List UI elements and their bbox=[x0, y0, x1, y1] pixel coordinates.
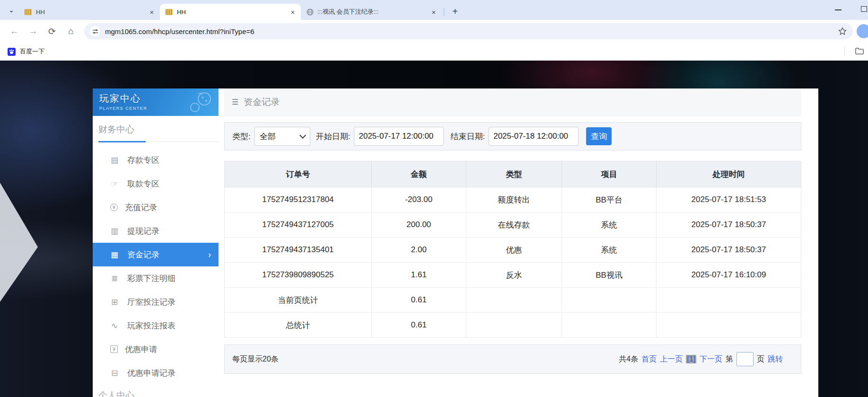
table-row: 1752749437135401 2.00 优惠 系统 2025-07-17 1… bbox=[225, 238, 801, 263]
table-row-grand-total: 总统计 0.61 bbox=[225, 313, 801, 338]
sidebar-item-promo-apply[interactable]: ¥ 优惠申请 bbox=[93, 337, 219, 361]
cell-amount: 200.00 bbox=[371, 212, 466, 238]
table-row: 1752749512317804 -203.00 额度转出 BB平台 2025-… bbox=[225, 187, 801, 212]
jump-link[interactable]: 跳转 bbox=[768, 354, 783, 364]
folder-icon[interactable] bbox=[854, 46, 864, 56]
minimize-button[interactable] bbox=[835, 9, 842, 10]
page-jump-input[interactable] bbox=[736, 352, 754, 366]
restore-button[interactable] bbox=[861, 6, 867, 12]
bookmark-star-icon[interactable] bbox=[838, 26, 847, 36]
col-project: 项目 bbox=[562, 161, 657, 187]
section-personal-center: 个人中心 bbox=[98, 389, 219, 397]
address-bar[interactable]: mgm1065.com/hhcp/usercenter.html?iniType… bbox=[84, 23, 853, 39]
next-page-link[interactable]: 下一页 bbox=[700, 354, 722, 364]
sidebar-item-bet-report[interactable]: ∿ 玩家投注报表 bbox=[93, 314, 219, 337]
forward-icon[interactable]: → bbox=[26, 24, 41, 39]
pagination-current-page: [1] bbox=[686, 355, 696, 363]
prev-page-link[interactable]: 上一页 bbox=[660, 354, 683, 364]
tabs: HH × HH × :::视讯 会员下注纪录::: × + bbox=[19, 0, 461, 20]
gamepad-icon bbox=[188, 91, 213, 115]
cell-label: 当前页统计 bbox=[225, 288, 372, 313]
cell-amount: 0.61 bbox=[371, 288, 466, 313]
main-content: ☰ 资金记录 类型: 全部 开始日期: 结束日期: 查询 bbox=[224, 88, 801, 397]
tab-search-icon[interactable]: ⌄ bbox=[6, 4, 17, 16]
total-count: 共4条 bbox=[619, 354, 638, 364]
cell-time: 2025-07-17 18:50:37 bbox=[657, 212, 801, 238]
cell-project: 系统 bbox=[562, 212, 657, 238]
filter-bar: 类型: 全部 开始日期: 结束日期: 查询 bbox=[224, 122, 801, 150]
chevron-down-icon bbox=[299, 132, 306, 139]
table-row: 1752749437127005 200.00 在线存款 系统 2025-07-… bbox=[225, 212, 801, 238]
col-time: 处理时间 bbox=[657, 161, 801, 187]
new-tab-button[interactable]: + bbox=[449, 5, 461, 18]
cell-empty bbox=[657, 313, 801, 338]
cell-time: 2025-07-17 16:10:09 bbox=[657, 263, 801, 288]
sidebar: 玩家中心 PLAYERS CENTER 财务中心 ▤ 存款专区 ☞ 取款专 bbox=[93, 88, 219, 397]
per-page-text: 每页显示20条 bbox=[232, 354, 279, 364]
bookmark-label: 百度一下 bbox=[20, 47, 44, 56]
close-icon[interactable]: × bbox=[430, 8, 438, 16]
sidebar-item-funds-record[interactable]: ▦ 资金记录 › bbox=[93, 243, 219, 266]
cell-amount: -203.00 bbox=[371, 187, 466, 212]
reload-icon[interactable]: ⟳ bbox=[44, 24, 60, 39]
type-select[interactable]: 全部 bbox=[254, 127, 310, 146]
start-date-input[interactable] bbox=[354, 127, 444, 146]
sidebar-item-promo-record[interactable]: ⊟ 优惠申请记录 bbox=[93, 361, 219, 385]
funds-table: 订单号 金额 类型 项目 处理时间 1752749512317804 -203.… bbox=[224, 161, 801, 338]
cell-amount: 0.61 bbox=[371, 313, 466, 338]
bookmark-baidu[interactable]: 百度一下 bbox=[5, 46, 47, 57]
baidu-paw-icon bbox=[8, 48, 16, 56]
sidebar-item-label: 优惠申请记录 bbox=[127, 368, 175, 379]
sidebar-item-deposit[interactable]: ▤ 存款专区 bbox=[93, 148, 219, 172]
site-favicon bbox=[25, 9, 32, 15]
cell-time: 2025-07-17 18:50:37 bbox=[657, 238, 801, 263]
hamburger-icon[interactable]: ☰ bbox=[232, 97, 238, 106]
chevron-right-icon: › bbox=[208, 250, 211, 260]
cell-order-no: 1752749437135401 bbox=[225, 238, 372, 263]
sidebar-item-withdraw-record[interactable]: ▥ 提现记录 bbox=[93, 219, 219, 243]
close-icon[interactable]: × bbox=[289, 8, 297, 16]
sidebar-item-label: 存款专区 bbox=[127, 155, 159, 166]
sidebar-item-lottery-bets[interactable]: ≣ 彩票下注明细 bbox=[93, 266, 219, 290]
cell-label: 总统计 bbox=[225, 313, 372, 338]
tab-shixun[interactable]: :::视讯 会员下注纪录::: × bbox=[301, 4, 442, 20]
col-type: 类型 bbox=[466, 161, 561, 187]
first-page-link[interactable]: 首页 bbox=[641, 354, 657, 364]
sidebar-item-recharge-record[interactable]: ¥ 充值记录 bbox=[93, 195, 219, 219]
list-icon: ≣ bbox=[109, 273, 120, 283]
site-settings-icon[interactable] bbox=[90, 26, 100, 36]
money-bag-icon: ¥ bbox=[110, 203, 118, 211]
hand-withdraw-icon: ☞ bbox=[109, 179, 120, 189]
close-icon[interactable]: × bbox=[148, 8, 156, 16]
sidebar-item-withdraw[interactable]: ☞ 取款专区 bbox=[93, 172, 219, 195]
profile-avatar[interactable] bbox=[857, 24, 868, 38]
cell-time: 2025-07-17 18:51:53 bbox=[657, 187, 801, 212]
tab-title: HH bbox=[36, 9, 148, 16]
section-underline bbox=[93, 141, 219, 142]
tab-strip: ⌄ HH × HH × :::视讯 会员下注纪录::: × + bbox=[0, 0, 868, 20]
cell-amount: 1.61 bbox=[371, 263, 466, 288]
globe-favicon bbox=[307, 9, 314, 16]
sidebar-item-label: 彩票下注明细 bbox=[127, 273, 175, 284]
sidebar-item-hall-bets[interactable]: ⊞ 厅室投注记录 bbox=[93, 290, 219, 314]
cell-project: BB视讯 bbox=[562, 263, 657, 288]
cell-type: 额度转出 bbox=[466, 187, 561, 212]
tab-title: HH bbox=[177, 9, 289, 16]
grid-list-icon: ⊞ bbox=[109, 297, 120, 307]
page-suffix: 页 bbox=[757, 354, 764, 364]
end-date-input[interactable] bbox=[489, 127, 579, 146]
back-icon[interactable]: ← bbox=[7, 24, 22, 39]
web-page: 玩家中心 PLAYERS CENTER 财务中心 ▤ 存款专区 ☞ 取款专 bbox=[0, 61, 868, 397]
col-order-no: 订单号 bbox=[225, 161, 372, 187]
query-button[interactable]: 查询 bbox=[586, 127, 612, 145]
tab-hh-2-active[interactable]: HH × bbox=[160, 4, 301, 20]
end-date-label: 结束日期: bbox=[450, 131, 485, 142]
home-icon[interactable]: ⌂ bbox=[63, 24, 79, 39]
background-triangle-decoration bbox=[0, 183, 38, 302]
type-label: 类型: bbox=[232, 131, 251, 142]
tab-title: :::视讯 会员下注纪录::: bbox=[317, 8, 430, 16]
bank-card-icon: ▤ bbox=[109, 155, 120, 165]
bookmarks-divider bbox=[844, 47, 845, 56]
cell-empty bbox=[466, 313, 561, 338]
tab-hh-1[interactable]: HH × bbox=[19, 4, 160, 20]
